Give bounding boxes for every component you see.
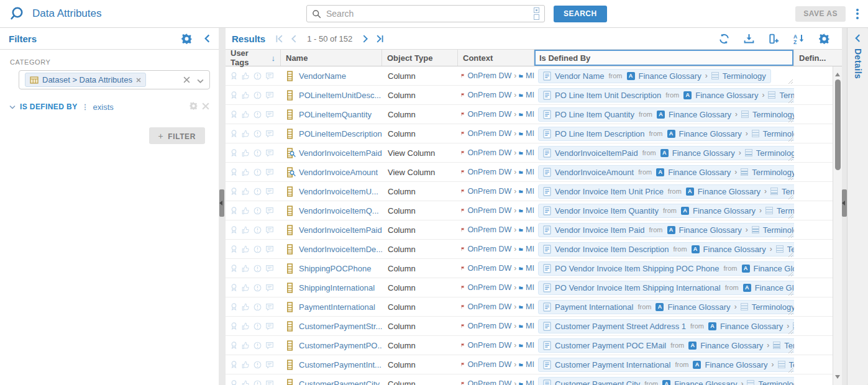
search-button[interactable]: SEARCH [554,6,607,22]
context-source-link[interactable]: OnPrem DW [467,91,511,99]
context-source-link[interactable]: OnPrem DW [467,71,511,80]
term-chip[interactable]: Customer Payment Street Address 1 from A… [538,319,794,333]
glossary-link[interactable]: Finance Glossary [755,283,794,292]
context-source-link[interactable]: OnPrem DW [467,129,511,138]
term-name-link[interactable]: PO Vendor Invoice Item Shipping POC Phon… [555,264,720,273]
terminology-link[interactable]: Terminology [789,360,794,369]
comment-icon[interactable] [265,322,274,330]
chip-remove-icon[interactable] [136,78,141,83]
attribute-name-link[interactable]: POLineItemQuantity [299,110,372,119]
comment-icon[interactable] [265,361,274,369]
badge-award-icon[interactable] [230,302,238,311]
scroll-up-arrow-icon[interactable] [835,70,840,76]
context-folder-link[interactable]: MI [526,129,534,138]
term-chip[interactable]: PO Vendor Invoice Item Shipping POC Phon… [538,261,794,276]
term-name-link[interactable]: Vendor Invoice Item Quantity [555,206,659,215]
warning-circle-icon[interactable] [254,380,262,385]
comment-icon[interactable] [265,226,274,234]
attribute-name-link[interactable]: VendorInvoiceItemU... [299,187,378,196]
context-folder-link[interactable]: MI [526,283,534,292]
glossary-link[interactable]: Finance Glossary [668,168,731,177]
warning-circle-icon[interactable] [254,188,262,196]
term-chip[interactable]: Vendor Invoice Item Paid from A Finance … [538,223,794,237]
warning-circle-icon[interactable] [254,91,262,99]
term-name-link[interactable]: PO Line Item Quantity [555,110,634,119]
attribute-name-link[interactable]: VendorInvoiceItemPaid [299,225,382,235]
category-chip[interactable]: Dataset > Data Attributes [25,73,146,87]
context-source-link[interactable]: OnPrem DW [467,225,511,234]
attribute-name-link[interactable]: VendorInvoiceItemQ... [299,206,379,215]
context-folder-link[interactable]: MI [526,245,534,253]
badge-award-icon[interactable] [230,360,238,369]
glossary-link[interactable]: Finance Glossary [639,71,701,81]
context-source-link[interactable]: OnPrem DW [467,110,511,119]
term-name-link[interactable]: Customer Payment Street Address 1 [555,322,686,331]
terminology-link[interactable]: Terminology [787,245,794,254]
glossary-link[interactable]: Finance Glossary [674,379,737,385]
kebab-menu-icon[interactable] [854,7,861,21]
warning-circle-icon[interactable] [254,130,262,138]
refresh-icon[interactable] [719,34,729,44]
context-folder-link[interactable]: MI [526,91,534,99]
filters-settings-gear-icon[interactable] [181,34,192,44]
context-source-link[interactable]: OnPrem DW [467,187,511,196]
comment-icon[interactable] [265,265,274,273]
attribute-name-link[interactable]: VendorInvoiceItemPaid [299,148,382,158]
comment-icon[interactable] [265,380,274,385]
filter-expand-chevron-icon[interactable] [9,105,16,109]
glossary-link[interactable]: Finance Glossary [705,360,767,369]
badge-award-icon[interactable] [230,341,238,350]
comment-icon[interactable] [265,207,274,215]
term-name-link[interactable]: PO Vendor Invoice Item Shipping Internat… [555,283,721,292]
column-header-object-type[interactable]: Object Type [382,50,458,66]
warning-circle-icon[interactable] [254,226,262,234]
term-chip[interactable]: PO Line Item Quantity from A Finance Glo… [538,107,794,122]
term-name-link[interactable]: VendorInvoiceItemPaid [555,148,638,158]
badge-award-icon[interactable] [230,206,238,215]
warning-circle-icon[interactable] [254,245,262,253]
warning-circle-icon[interactable] [254,322,262,330]
context-folder-link[interactable]: MI [526,322,534,330]
thumbs-up-icon[interactable] [242,72,250,80]
terminology-link[interactable]: Terminology [777,206,794,215]
pagination-prev-icon[interactable] [291,35,297,43]
badge-award-icon[interactable] [230,148,238,157]
term-name-link[interactable]: Customer Payment International [555,360,670,369]
attribute-name-link[interactable]: CustomerPaymentPO... [299,341,382,350]
thumbs-up-icon[interactable] [242,149,250,157]
glossary-link[interactable]: Finance Glossary [720,322,783,331]
glossary-link[interactable]: Finance Glossary [669,110,731,119]
details-expand-chevron-icon[interactable] [855,34,861,42]
comment-icon[interactable] [265,130,274,138]
context-source-link[interactable]: OnPrem DW [467,168,511,176]
comment-icon[interactable] [265,284,274,292]
context-folder-link[interactable]: MI [526,187,534,196]
search-box[interactable] [306,5,545,22]
term-chip[interactable]: Vendor Invoice Item Unit Price from A Fi… [538,184,794,199]
select-caret-down-icon[interactable] [197,75,204,86]
term-name-link[interactable]: VendorInvoiceAmount [555,168,634,177]
attribute-name-link[interactable]: VendorInvoiceItemDe... [299,245,382,254]
term-name-link[interactable]: Customer Payment POC EMail [555,341,666,350]
badge-award-icon[interactable] [230,168,238,176]
badge-award-icon[interactable] [230,91,238,99]
term-name-link[interactable]: Payment International [555,302,633,312]
badge-award-icon[interactable] [230,187,238,196]
context-folder-link[interactable]: MI [526,341,534,350]
glossary-link[interactable]: Finance Glossary [693,206,756,215]
term-chip[interactable]: VendorInvoiceAmount from A Finance Gloss… [538,165,794,179]
term-chip[interactable]: Customer Payment International from A Fi… [538,358,794,372]
terminology-link[interactable]: Terminology [763,225,794,235]
column-header-context[interactable]: Context [458,50,534,66]
warning-circle-icon[interactable] [254,342,262,350]
thumbs-up-icon[interactable] [242,303,250,311]
pagination-first-icon[interactable] [275,35,283,43]
column-header-definition[interactable]: Defin... [794,50,842,66]
context-folder-link[interactable]: MI [526,225,534,234]
filters-collapse-chevron-icon[interactable] [204,34,210,43]
thumbs-up-icon[interactable] [242,361,250,369]
column-header-is-defined-by[interactable]: Is Defined By [534,50,794,66]
term-chip[interactable]: PO Line Item Description from A Finance … [538,127,794,141]
term-chip[interactable]: Customer Payment POC EMail from A Financ… [538,338,794,353]
thumbs-up-icon[interactable] [242,188,250,196]
